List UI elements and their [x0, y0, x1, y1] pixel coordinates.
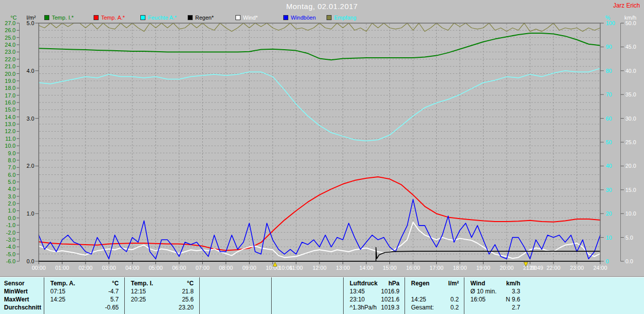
axis-tick-label: 14:00 — [359, 265, 373, 271]
axis-tick-label: 20.0 — [625, 163, 636, 169]
axis-tick-label: 0 — [606, 258, 609, 264]
axis-tick-label: 7.0 — [8, 164, 16, 170]
axis-tick-label: 30 — [606, 187, 612, 193]
table-col-labels: Sensor MinWert MaxWert Durchschnitt — [0, 277, 44, 314]
axis-tick-label: 17:00 — [430, 265, 444, 271]
temp-a-min: 07:15-4.7 — [44, 288, 124, 295]
axis-tick-label: 06:00 — [172, 265, 186, 271]
axis-tick-label: 15:00 — [383, 265, 397, 271]
axis-tick-label: 24:00 — [593, 265, 607, 271]
axis-tick-label: 21.0 — [5, 63, 16, 69]
axis-tick-label: 08:00 — [219, 265, 233, 271]
axis-tick-label: 50 — [606, 139, 612, 145]
table-col-wind: Windkm/h Ø 10 min.3.3 16:05N 9.6 2.7 — [464, 277, 525, 314]
axis-tick-label: 2.0 — [8, 200, 16, 206]
axis-tick-label: 23.0 — [5, 49, 16, 55]
axis-tick-label: 5.0 — [625, 235, 633, 241]
axis-tick-label: 14.0 — [5, 114, 16, 120]
temp-a-header: Temp. A.°C — [44, 280, 124, 287]
axis-tick-label: 3.0 — [27, 116, 34, 122]
axis-tick-label: 35.0 — [625, 91, 636, 97]
axis-tick-label: 12.0 — [5, 128, 16, 134]
axis-tick-label: 10:00 — [266, 265, 280, 271]
axis-tick-label: 22:00 — [546, 265, 560, 271]
axis-tick-label: 40 — [606, 163, 612, 169]
table-col-luftdruck: LuftdruckhPa 13:451016.9 23:101021.6 ^1.… — [344, 277, 405, 314]
temp-i-header: Temp. I.°C — [125, 280, 199, 287]
temp-i-min: 12:1521.8 — [125, 288, 199, 295]
axis-tick-label: 16:00 — [406, 265, 420, 271]
axis-tick-label: 5.0 — [8, 179, 16, 185]
weather-chart-plot: 27.026.025.024.023.022.021.020.019.018.0… — [0, 0, 644, 276]
axis-tick-label: 3.0 — [8, 193, 16, 199]
axis-tick-label: 4.0 — [27, 68, 34, 74]
axis-tick-label: 5.0 — [27, 20, 34, 26]
row-label-durchschnitt: Durchschnitt — [0, 304, 44, 311]
axis-tick-label: 04:00 — [125, 265, 139, 271]
axis-tick-label: 10 — [606, 235, 612, 241]
axis-tick-label: 13.0 — [5, 121, 16, 127]
axis-tick-label: 20 — [606, 211, 612, 217]
axis-tick-label: 45.0 — [625, 44, 636, 50]
temp-i-max: 20:2525.6 — [125, 296, 199, 303]
axis-tick-label: 19.0 — [5, 78, 16, 84]
luftdruck-max: 23:101021.6 — [344, 296, 405, 303]
axis-tick-label: 25.0 — [5, 35, 16, 41]
axis-tick-label: 05:00 — [149, 265, 163, 271]
axis-tick-label: 11.0 — [5, 136, 16, 142]
axis-tick-label: 19:00 — [476, 265, 491, 271]
axis-tick-label: 17.0 — [5, 92, 16, 98]
axis-tick-label: -1.0 — [6, 222, 16, 228]
table-separator — [271, 277, 272, 314]
axis-tick-label: 0.0 — [8, 215, 16, 221]
weather-station-app: { "header": { "title": "Montag, 02.01.20… — [0, 0, 644, 314]
axis-tick-label: -6.0 — [6, 258, 16, 264]
axis-tick-label: 03:00 — [102, 265, 116, 271]
axis-tick-label: 13:00 — [336, 265, 350, 271]
temp-a-avg: -0.65 — [44, 304, 124, 311]
luftdruck-avg: ^1.3hPa/h1019.3 — [344, 304, 405, 311]
series-temp_i — [39, 33, 600, 60]
axis-tick-label: 40.0 — [625, 68, 636, 74]
axis-tick-label: -2.0 — [6, 230, 16, 236]
axis-tick-label: 15.0 — [5, 107, 16, 113]
luftdruck-min: 13:451016.9 — [344, 288, 405, 295]
axis-tick-label: 10:06 — [279, 265, 293, 271]
regen-min — [405, 288, 464, 295]
axis-tick-label: 18:00 — [453, 265, 467, 271]
axis-tick-label: -5.0 — [6, 251, 16, 257]
axis-tick-label: 100 — [606, 20, 615, 26]
axis-tick-label: 9.0 — [8, 150, 16, 156]
axis-tick-label: 10.0 — [5, 143, 16, 149]
table-col-temp-a: Temp. A.°C 07:15-4.7 14:255.7 -0.65 — [44, 277, 124, 314]
regen-max: 14:250.2 — [405, 296, 464, 303]
moonrise-arrow-icon — [273, 262, 277, 266]
row-label-minwert: MinWert — [0, 288, 44, 295]
axis-tick-label: 4.0 — [8, 186, 16, 192]
axis-tick-label: 20.0 — [5, 71, 16, 77]
table-col-temp-i: Temp. I.°C 12:1521.8 20:2525.6 23.20 — [125, 277, 199, 314]
axis-tick-label: 8.0 — [8, 157, 16, 163]
axis-tick-label: 02:00 — [78, 265, 93, 271]
axis-tick-label: 20:49 — [529, 265, 543, 271]
axis-tick-label: 30.0 — [625, 116, 636, 122]
wind-min: Ø 10 min.3.3 — [464, 288, 525, 295]
axis-tick-label: 23:00 — [570, 265, 584, 271]
axis-tick-label: 0.0 — [27, 258, 34, 264]
chart-table-divider — [0, 271, 644, 277]
axis-tick-label: 80 — [606, 68, 612, 74]
row-label-sensor: Sensor — [0, 280, 44, 287]
axis-tick-label: 1.0 — [8, 207, 16, 214]
axis-tick-label: 27.0 — [5, 20, 16, 26]
axis-tick-label: 25.0 — [625, 139, 636, 145]
temp-i-avg: 23.20 — [125, 304, 199, 311]
axis-tick-label: 24.0 — [5, 42, 16, 48]
axis-tick-label: 60 — [606, 116, 612, 122]
regen-avg: Gesamt:0.2 — [405, 304, 464, 311]
axis-tick-label: -3.0 — [6, 237, 16, 243]
row-label-maxwert: MaxWert — [0, 296, 44, 303]
regen-header: Regenl/m² — [405, 280, 464, 287]
axis-tick-label: 26.0 — [5, 27, 16, 33]
axis-tick-label: 07:00 — [196, 265, 210, 271]
axis-tick-label: 50.0 — [625, 20, 636, 26]
